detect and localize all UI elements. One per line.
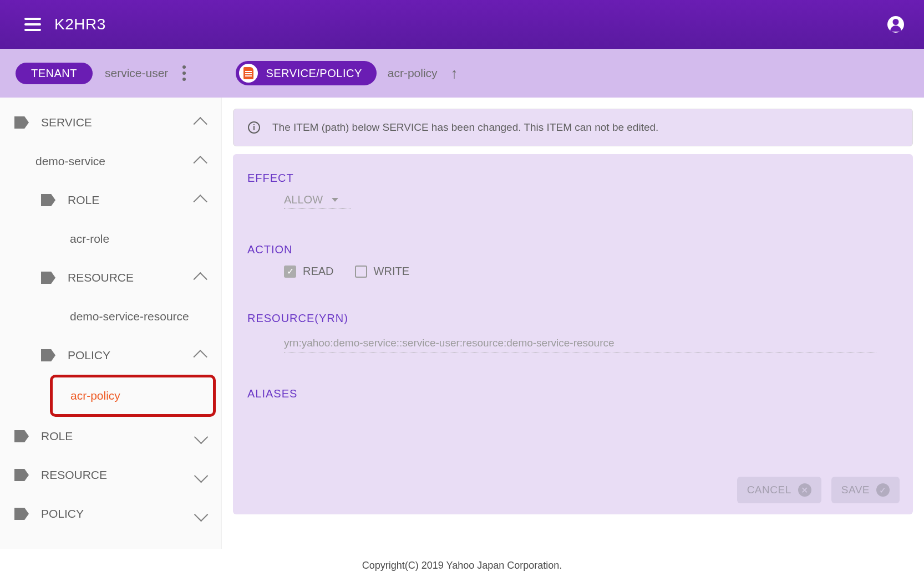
label-icon [41,194,55,206]
breadcrumb-name: acr-policy [388,67,438,80]
sidebar-item-demo-service[interactable]: demo-service [0,142,221,181]
resource-label: RESOURCE(YRN) [247,312,898,325]
app-title: K2HR3 [54,16,106,33]
subbar: TENANT service-user SERVICE/POLICY acr-p… [0,49,924,98]
cancel-button[interactable]: CANCEL ✕ [737,477,821,503]
sidebar-item-acr-policy[interactable]: acr-policy [50,375,216,417]
label-icon [14,430,29,442]
info-text: The ITEM (path) below SERVICE has been c… [272,121,658,134]
sidebar-item-demo-resource[interactable]: demo-service-resource [0,297,221,336]
breadcrumb-chip-label: SERVICE/POLICY [266,67,362,80]
document-icon [239,64,258,83]
info-banner: i The ITEM (path) below SERVICE has been… [233,109,913,146]
info-icon: i [248,121,260,134]
checkbox-read[interactable]: ✓ READ [284,265,334,278]
sidebar-item-acr-role[interactable]: acr-role [0,219,221,258]
checkbox-write[interactable]: WRITE [355,265,409,278]
label-icon [14,469,29,481]
topbar: K2HR3 [0,0,924,49]
label-icon [14,116,29,129]
sidebar-item-role-sub[interactable]: ROLE [0,181,221,219]
more-icon[interactable] [182,65,186,81]
action-label: ACTION [247,243,898,256]
resource-value: yrn:yahoo:demo-service::service-user:res… [284,334,876,353]
checkbox-icon [355,266,367,278]
aliases-label: ALIASES [247,387,898,400]
sidebar-item-policy[interactable]: POLICY [0,494,221,533]
tenant-name: service-user [105,67,168,80]
close-icon: ✕ [798,483,811,497]
checkbox-icon: ✓ [284,266,296,278]
label-icon [41,272,55,284]
form-panel: EFFECT ALLOW ACTION ✓ READ WRITE [233,154,913,514]
dropdown-icon [332,198,338,202]
save-button[interactable]: SAVE ✓ [831,477,900,503]
sidebar-item-resource-sub[interactable]: RESOURCE [0,258,221,297]
sidebar-item-service[interactable]: SERVICE [0,103,221,142]
sidebar: SERVICE demo-service ROLE acr-role RESOU… [0,98,222,549]
effect-select[interactable]: ALLOW [284,193,351,209]
check-icon: ✓ [876,483,890,497]
sidebar-item-resource[interactable]: RESOURCE [0,456,221,494]
menu-icon[interactable] [24,18,41,31]
effect-label: EFFECT [247,172,898,185]
label-icon [14,508,29,520]
breadcrumb-chip[interactable]: SERVICE/POLICY [236,61,376,85]
tenant-chip[interactable]: TENANT [16,63,93,84]
sidebar-item-policy-sub[interactable]: POLICY [0,336,221,375]
footer: Copyright(C) 2019 Yahoo Japan Corporatio… [0,549,924,582]
content: i The ITEM (path) below SERVICE has been… [222,98,924,549]
sidebar-item-role[interactable]: ROLE [0,417,221,456]
up-arrow-icon[interactable]: ↑ [451,65,458,82]
label-icon [41,349,55,361]
account-icon[interactable] [887,16,904,33]
